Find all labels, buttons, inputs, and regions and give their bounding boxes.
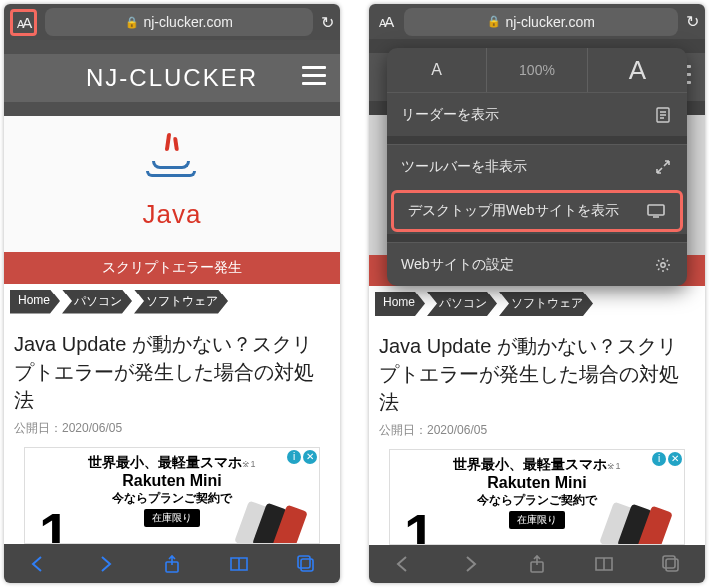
article: Java Update が動かない？スクリプトエラーが発生した場合の対処法 公開… bbox=[4, 320, 340, 441]
bookmarks-icon bbox=[592, 552, 616, 576]
reload-icon[interactable]: ↻ bbox=[321, 13, 334, 32]
zoom-row: A 100% A bbox=[387, 48, 687, 92]
forward-icon bbox=[458, 552, 482, 576]
svg-rect-1 bbox=[301, 559, 313, 571]
bottom-toolbar bbox=[369, 545, 705, 583]
share-icon bbox=[525, 552, 549, 576]
breadcrumb-item[interactable]: パソコン bbox=[427, 292, 497, 316]
url-text: nj-clucker.com bbox=[505, 14, 594, 30]
ad-info-icon[interactable]: i bbox=[287, 450, 301, 464]
menu-item-desktop-site[interactable]: デスクトップ用Webサイトを表示 bbox=[391, 190, 683, 232]
article: Java Update が動かない？スクリプトエラーが発生した場合の対処法 公開… bbox=[369, 322, 705, 443]
breadcrumb-item[interactable]: パソコン bbox=[62, 290, 132, 314]
svg-rect-4 bbox=[648, 205, 664, 215]
reload-icon[interactable]: ↻ bbox=[686, 12, 699, 31]
reader-icon bbox=[653, 105, 673, 125]
back-icon bbox=[391, 552, 415, 576]
breadcrumb-item[interactable]: Home bbox=[10, 290, 60, 314]
article-date: 公開日：2020/06/05 bbox=[14, 420, 330, 437]
breadcrumb: Home パソコン ソフトウェア bbox=[369, 286, 705, 322]
article-title: Java Update が動かない？スクリプトエラーが発生した場合の対処法 bbox=[379, 332, 695, 416]
svg-rect-7 bbox=[666, 559, 678, 571]
menu-item-hide-toolbar[interactable]: ツールバーを非表示 bbox=[387, 144, 687, 188]
tabs-icon bbox=[659, 552, 683, 576]
share-icon[interactable] bbox=[160, 552, 184, 576]
error-banner: スクリプトエラー発生 bbox=[4, 252, 340, 283]
lock-icon: 🔒 bbox=[487, 15, 501, 28]
url-text: nj-clucker.com bbox=[143, 14, 232, 30]
breadcrumb: Home パソコン ソフトウェア bbox=[4, 284, 340, 320]
hero-image: Java bbox=[4, 116, 340, 252]
url-box[interactable]: 🔒 nj-clucker.com bbox=[45, 8, 313, 36]
desktop-icon bbox=[646, 201, 666, 221]
breadcrumb-item[interactable]: ソフトウェア bbox=[134, 290, 228, 314]
article-date: 公開日：2020/06/05 bbox=[379, 422, 695, 439]
zoom-level[interactable]: 100% bbox=[487, 48, 587, 92]
text-size-icon[interactable]: AA bbox=[375, 11, 396, 32]
ad-banner[interactable]: i✕ 世界最小、最軽量スマホ※1 Rakuten Mini 今ならプランご契約で… bbox=[389, 449, 685, 545]
breadcrumb-item[interactable]: Home bbox=[375, 292, 425, 316]
breadcrumb-item[interactable]: ソフトウェア bbox=[499, 292, 593, 316]
bottom-toolbar bbox=[4, 544, 340, 583]
svg-point-5 bbox=[661, 262, 665, 266]
address-bar: AA 🔒 nj-clucker.com ↻ bbox=[4, 4, 340, 40]
url-box[interactable]: 🔒 nj-clucker.com bbox=[404, 8, 678, 36]
text-size-icon[interactable]: AA bbox=[10, 9, 37, 36]
ad-close-icon[interactable]: ✕ bbox=[668, 452, 682, 466]
tabs-icon[interactable] bbox=[294, 552, 318, 576]
lock-icon: 🔒 bbox=[125, 16, 139, 29]
bookmarks-icon[interactable] bbox=[227, 552, 251, 576]
ad-info-icon[interactable]: i bbox=[652, 452, 666, 466]
page-settings-menu: A 100% A リーダーを表示 ツールバーを非表示 デスクトップ用Webサイト… bbox=[387, 48, 687, 286]
java-logo-text: Java bbox=[143, 199, 202, 230]
site-title: NJ-CLUCKER bbox=[86, 64, 258, 92]
phone-right: AA 🔒 nj-clucker.com ↻ NJ-CLUCKER Java bbox=[369, 4, 705, 583]
zoom-out-button[interactable]: A bbox=[387, 48, 487, 92]
ad-banner[interactable]: i✕ 世界最小、最軽量スマホ※1 Rakuten Mini 今ならプランご契約で… bbox=[24, 447, 320, 545]
gear-icon bbox=[653, 255, 673, 275]
back-icon[interactable] bbox=[26, 552, 50, 576]
hamburger-icon[interactable] bbox=[302, 66, 326, 85]
phone-left: AA 🔒 nj-clucker.com ↻ NJ-CLUCKER Java スク… bbox=[4, 4, 340, 583]
menu-item-reader[interactable]: リーダーを表示 bbox=[387, 92, 687, 136]
expand-icon bbox=[653, 157, 673, 177]
site-header: NJ-CLUCKER bbox=[4, 54, 340, 102]
article-title: Java Update が動かない？スクリプトエラーが発生した場合の対処法 bbox=[14, 330, 330, 414]
menu-item-site-settings[interactable]: Webサイトの設定 bbox=[387, 242, 687, 286]
address-bar: AA 🔒 nj-clucker.com ↻ bbox=[369, 4, 705, 39]
forward-icon[interactable] bbox=[93, 552, 117, 576]
ad-close-icon[interactable]: ✕ bbox=[303, 450, 317, 464]
java-logo-icon bbox=[142, 139, 202, 189]
zoom-in-button[interactable]: A bbox=[588, 48, 687, 92]
svg-rect-2 bbox=[298, 556, 310, 568]
svg-rect-8 bbox=[663, 556, 675, 568]
